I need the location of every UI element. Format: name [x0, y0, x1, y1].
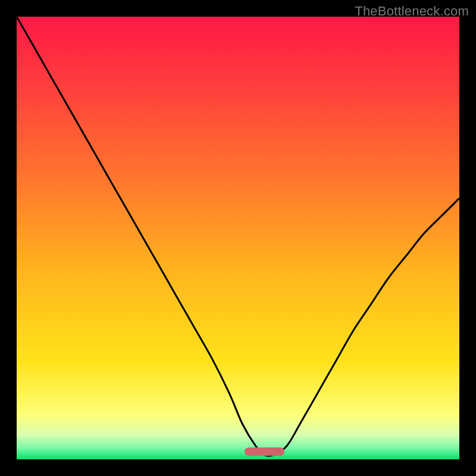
curve-path — [17, 17, 459, 456]
optimal-range-marker — [245, 447, 284, 456]
gradient-plot-area — [17, 17, 459, 459]
chart-frame: TheBottleneck.com — [0, 0, 476, 476]
bottleneck-curve — [17, 17, 459, 459]
